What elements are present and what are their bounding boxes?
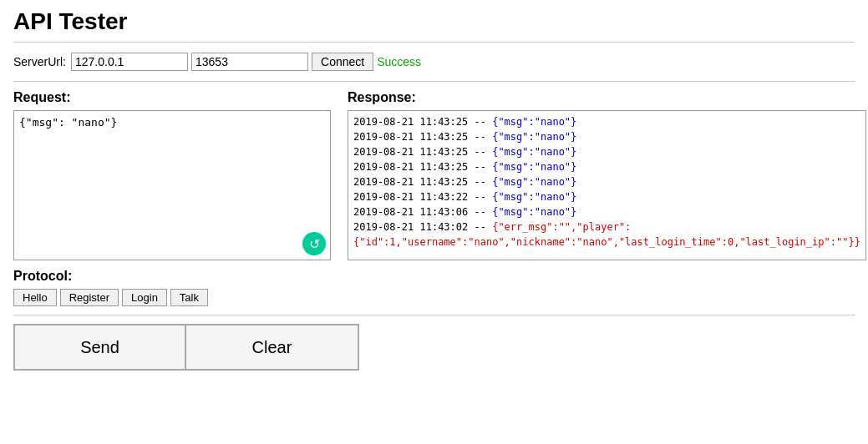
protocol-section: Protocol: HelloRegisterLoginTalk	[13, 269, 855, 306]
response-line: 2019-08-21 11:43:25 -- {"msg":"nano"}	[353, 114, 860, 129]
response-line: 2019-08-21 11:43:25 -- {"msg":"nano"}	[353, 174, 860, 189]
response-line: 2019-08-21 11:43:25 -- {"msg":"nano"}	[353, 159, 860, 174]
main-content: Request: {"msg": "nano"} ↺ Response: 201…	[13, 90, 855, 260]
refresh-button[interactable]: ↺	[302, 232, 326, 255]
protocol-btn-hello[interactable]: Hello	[13, 289, 57, 306]
connection-status: Success	[377, 55, 421, 68]
server-port-input[interactable]	[191, 53, 308, 71]
left-panel: Request: {"msg": "nano"} ↺	[13, 90, 339, 260]
response-line: 2019-08-21 11:43:25 -- {"msg":"nano"}	[353, 144, 860, 159]
bottom-divider	[13, 315, 855, 315]
action-buttons: Send Clear	[13, 324, 855, 371]
request-area-wrapper: {"msg": "nano"} ↺	[13, 110, 331, 260]
response-area[interactable]: 2019-08-21 11:43:25 -- {"msg":"nano"}201…	[348, 110, 866, 260]
response-line: 2019-08-21 11:43:06 -- {"msg":"nano"}	[353, 204, 860, 219]
response-line: {"id":1,"username":"nano","nickname":"na…	[353, 235, 860, 250]
response-line: 2019-08-21 11:43:22 -- {"msg":"nano"}	[353, 189, 860, 204]
response-line: 2019-08-21 11:43:02 -- {"err_msg":"","pl…	[353, 219, 860, 235]
protocol-btn-talk[interactable]: Talk	[170, 289, 208, 306]
server-divider	[13, 81, 855, 82]
request-textarea[interactable]: {"msg": "nano"}	[13, 110, 331, 260]
protocol-btn-register[interactable]: Register	[60, 289, 119, 306]
server-row: ServerUrl: Connect Success	[13, 48, 855, 76]
clear-button[interactable]: Clear	[186, 324, 359, 371]
response-label: Response:	[348, 90, 866, 105]
connect-button[interactable]: Connect	[312, 53, 373, 71]
response-line: 2019-08-21 11:43:25 -- {"msg":"nano"}	[353, 129, 860, 144]
right-panel: Response: 2019-08-21 11:43:25 -- {"msg":…	[348, 90, 866, 260]
protocol-buttons: HelloRegisterLoginTalk	[13, 289, 855, 306]
title-divider	[13, 42, 855, 43]
protocol-label: Protocol:	[13, 269, 855, 284]
server-url-label: ServerUrl:	[13, 55, 66, 68]
protocol-btn-login[interactable]: Login	[122, 289, 167, 306]
send-button[interactable]: Send	[13, 324, 186, 371]
request-label: Request:	[13, 90, 339, 105]
server-ip-input[interactable]	[71, 53, 188, 71]
page-title: API Tester	[13, 8, 855, 35]
refresh-icon: ↺	[309, 236, 320, 252]
